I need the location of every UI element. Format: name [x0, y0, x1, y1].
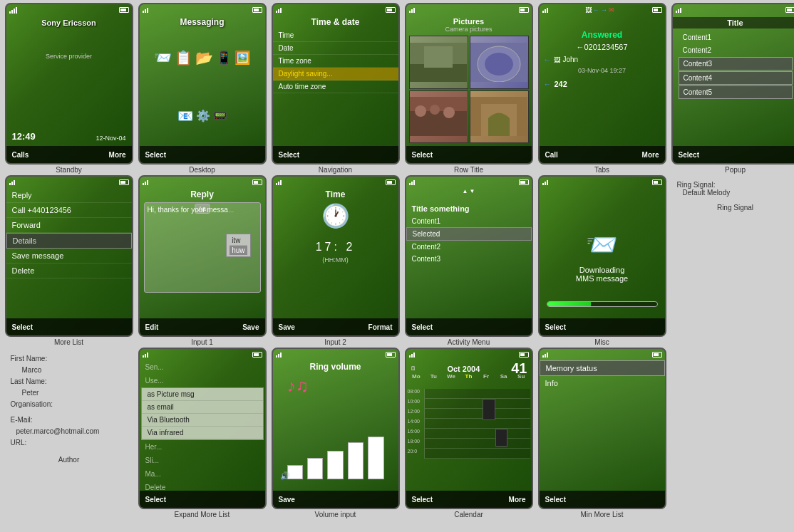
act-content2[interactable]: Content2	[406, 241, 532, 253]
softkey-nav[interactable]: Select	[273, 146, 398, 163]
softkey-i1[interactable]: Edit Save	[140, 318, 265, 335]
thumb-1[interactable]	[409, 36, 468, 89]
right-key-standby[interactable]: More	[109, 151, 126, 159]
left-key-nav[interactable]: Select	[279, 151, 299, 159]
right-key-cal[interactable]: More	[509, 496, 526, 504]
mml-memory[interactable]: Memory status	[540, 360, 665, 376]
right-key-tabs[interactable]: More	[642, 151, 659, 159]
softkey-mml[interactable]: Select	[540, 491, 665, 508]
el-sli[interactable]: Sli...	[140, 454, 265, 467]
screen-more-list: Reply Call +440123456 Forward Details Sa…	[6, 177, 132, 335]
popup-item-3[interactable]: Content3	[679, 57, 793, 71]
softkey-el[interactable]: Select	[140, 491, 265, 508]
thumb-3[interactable]	[409, 90, 468, 144]
battery-cal	[519, 352, 529, 358]
phone-standby: Sony Ericsson Service provider 12:49 12-…	[5, 3, 133, 165]
softkey-tabs[interactable]: Call More	[540, 146, 665, 163]
left-key-desktop[interactable]: Select	[145, 151, 166, 159]
status-bar-i2	[273, 177, 398, 188]
status-bar-popup	[673, 4, 795, 16]
time-date-title: Time & date	[273, 17, 398, 27]
left-key-vol[interactable]: Save	[279, 496, 295, 504]
screen-desktop: Messaging 📨 📋 📂 📱 🖼️ 📧 ⚙️ 📟 Select	[140, 4, 265, 163]
popup-item-4[interactable]: Content4	[679, 71, 793, 85]
battery-nav	[386, 7, 396, 13]
td-autotime[interactable]: Auto time zone	[273, 80, 398, 93]
cell-author: First Name: Marco Last Name: Peter Organ…	[3, 348, 135, 518]
softkey-pictures[interactable]: Select	[406, 146, 532, 163]
left-key-cal[interactable]: Select	[412, 496, 433, 504]
cal-hline-6	[425, 439, 530, 449]
el-sub-infrared[interactable]: Via infrared	[142, 427, 263, 439]
input2-time[interactable]: 17: 2	[273, 241, 398, 254]
cell-tabs: 🖼 ← → ✉ Answered ←0201234567 ← 🖼 John	[536, 3, 668, 174]
left-key-misc[interactable]: Select	[545, 323, 566, 331]
left-key-i2[interactable]: Save	[279, 323, 295, 331]
right-key-i1[interactable]: Save	[242, 323, 259, 331]
el-sub-bluetooth[interactable]: Via Bluetooth	[142, 414, 263, 427]
phone-popup: Title Content1 Content2 Content3 Content…	[671, 3, 795, 165]
softkey-vol[interactable]: Save	[273, 491, 398, 508]
td-date[interactable]: Date	[273, 42, 398, 55]
ml-details[interactable]: Details	[6, 233, 132, 249]
el-ma[interactable]: Ma...	[140, 467, 265, 481]
left-key-pictures[interactable]: Select	[412, 151, 433, 159]
ml-forward[interactable]: Forward	[6, 218, 132, 233]
left-key-i1[interactable]: Edit	[145, 323, 159, 331]
thumb-4[interactable]	[470, 90, 529, 144]
td-time[interactable]: Time	[273, 29, 398, 42]
softkey-standby[interactable]: Calls More	[6, 146, 132, 163]
left-key-act[interactable]: Select	[412, 323, 433, 331]
ml-delete[interactable]: Delete	[6, 264, 132, 278]
el-sub-picture[interactable]: as Picture msg	[142, 388, 263, 401]
ml-call[interactable]: Call +440123456	[6, 203, 132, 218]
softkey-act[interactable]: Select	[406, 318, 532, 335]
popup-item-2[interactable]: Content2	[679, 44, 793, 56]
day-we: We	[443, 373, 460, 380]
author-email-label: E-Mail:	[11, 414, 128, 426]
softkey-cal[interactable]: Select More	[406, 491, 532, 508]
act-content1[interactable]: Content1	[406, 215, 532, 227]
vol-bar-5	[368, 437, 383, 479]
el-send[interactable]: Sen...	[140, 360, 265, 374]
thumb-2[interactable]	[470, 36, 529, 89]
battery-mml	[652, 352, 662, 358]
softkey-i2[interactable]: Save Format	[273, 318, 398, 335]
signal-i1	[143, 180, 148, 185]
act-selected[interactable]: Selected	[406, 227, 532, 241]
el-use[interactable]: Use...	[140, 374, 265, 387]
left-key-ml[interactable]: Select	[12, 323, 33, 331]
softkey-ml[interactable]: Select	[6, 318, 132, 335]
softkey-misc[interactable]: Select	[540, 318, 665, 335]
popup-item-5[interactable]: Content5	[679, 85, 793, 99]
softkey-popup[interactable]: Select	[673, 146, 795, 163]
signal-el	[143, 353, 148, 358]
left-key-popup[interactable]: Select	[679, 151, 699, 159]
el-her[interactable]: Her...	[140, 440, 265, 454]
battery-ml	[119, 179, 129, 185]
misc-text2: MMS message	[576, 274, 628, 283]
td-daylight[interactable]: Daylight saving...	[273, 68, 398, 80]
mml-info[interactable]: Info	[540, 376, 665, 390]
ml-reply[interactable]: Reply	[6, 188, 132, 203]
popup-item-1[interactable]: Content1	[679, 31, 793, 43]
input1-suggestions: itw huw	[226, 234, 250, 257]
left-key-el[interactable]: Select	[145, 496, 166, 504]
vol-title: Ring volume	[273, 362, 398, 372]
vol-notes-icon: ♪♫	[287, 376, 309, 396]
phone-pictures: Pictures Camera pictures	[405, 3, 533, 165]
act-content3[interactable]: Content3	[406, 253, 532, 265]
right-key-i2[interactable]: Format	[368, 323, 393, 331]
time-1800: 18:00	[408, 439, 423, 449]
el-sub-email[interactable]: as email	[142, 401, 263, 414]
status-bar-i1	[140, 177, 265, 188]
screen-activity: ▲ ▼ Title something Content1 Selected Co…	[406, 177, 532, 335]
left-key-tabs[interactable]: Call	[545, 151, 558, 159]
time-2000: 20:0	[408, 449, 423, 459]
td-timezone[interactable]: Time zone	[273, 55, 398, 68]
left-key-standby[interactable]: Calls	[12, 151, 29, 159]
signal-i2	[276, 180, 282, 185]
softkey-desktop[interactable]: Select	[140, 146, 265, 163]
left-key-mml[interactable]: Select	[545, 496, 566, 504]
ml-save[interactable]: Save message	[6, 249, 132, 264]
